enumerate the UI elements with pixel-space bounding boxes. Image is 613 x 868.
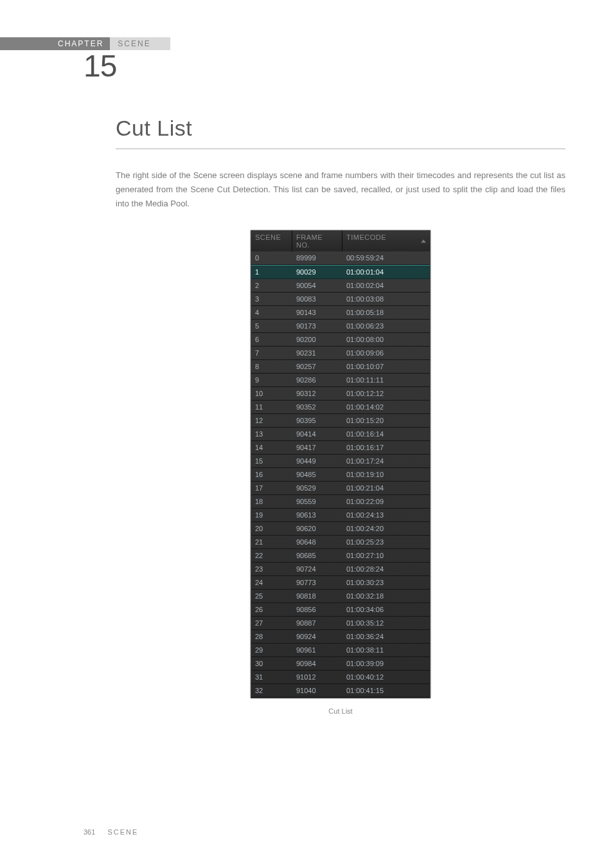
cell-frame: 90773 (292, 576, 342, 589)
table-row[interactable]: 309098401:00:39:09 (251, 657, 430, 671)
cell-timecode: 01:00:03:08 (342, 293, 430, 305)
cell-timecode: 01:00:19:10 (342, 468, 430, 481)
cell-frame: 90613 (292, 509, 342, 521)
cell-timecode: 01:00:34:06 (342, 603, 430, 616)
cell-scene: 10 (251, 387, 292, 400)
cell-frame: 90417 (292, 441, 342, 454)
table-row[interactable]: 89025701:00:10:07 (251, 360, 430, 374)
cell-frame: 89999 (292, 251, 342, 264)
cell-timecode: 01:00:30:23 (342, 576, 430, 589)
table-row[interactable]: 189055901:00:22:09 (251, 495, 430, 509)
table-row[interactable]: 159044901:00:17:24 (251, 455, 430, 468)
cell-timecode: 01:00:28:24 (342, 563, 430, 575)
table-row[interactable]: 329104001:00:41:15 (251, 684, 430, 698)
table-row[interactable]: 129039501:00:15:20 (251, 414, 430, 428)
cell-timecode: 01:00:22:09 (342, 495, 430, 508)
cell-timecode: 01:00:16:14 (342, 428, 430, 440)
cell-frame: 90054 (292, 279, 342, 292)
table-row[interactable]: 209062001:00:24:20 (251, 522, 430, 536)
page-number: 361 (84, 828, 95, 836)
cell-frame: 90887 (292, 617, 342, 629)
cell-scene: 25 (251, 590, 292, 602)
cell-frame: 90559 (292, 495, 342, 508)
cell-scene: 15 (251, 455, 292, 467)
cell-scene: 23 (251, 563, 292, 575)
intro-paragraph: The right side of the Scene screen displ… (116, 168, 565, 211)
cell-scene: 3 (251, 293, 292, 305)
cell-timecode: 01:00:10:07 (342, 360, 430, 373)
column-header-scene[interactable]: SCENE (251, 231, 292, 251)
section-heading: Cut List (116, 116, 565, 149)
page-content: Cut List The right side of the Scene scr… (116, 116, 565, 715)
table-row[interactable]: 199061301:00:24:13 (251, 509, 430, 522)
table-row[interactable]: 289092401:00:36:24 (251, 630, 430, 644)
cell-timecode: 01:00:01:04 (342, 266, 430, 278)
table-row[interactable]: 08999900:59:59:24 (251, 251, 430, 265)
table-row[interactable]: 99028601:00:11:11 (251, 374, 430, 387)
cell-timecode: 01:00:11:11 (342, 374, 430, 386)
table-row[interactable]: 79023101:00:09:06 (251, 347, 430, 360)
cell-timecode: 01:00:12:12 (342, 387, 430, 400)
cell-timecode: 01:00:09:06 (342, 347, 430, 359)
table-row[interactable]: 59017301:00:06:23 (251, 320, 430, 333)
cell-scene: 26 (251, 603, 292, 616)
cell-timecode: 01:00:08:00 (342, 333, 430, 346)
cell-frame: 90685 (292, 549, 342, 562)
table-row[interactable]: 119035201:00:14:02 (251, 401, 430, 414)
column-header-frame[interactable]: FRAME NO. (292, 231, 342, 251)
cell-scene: 7 (251, 347, 292, 359)
table-row[interactable]: 139041401:00:16:14 (251, 428, 430, 441)
table-row[interactable]: 69020001:00:08:00 (251, 333, 430, 347)
table-row[interactable]: 279088701:00:35:12 (251, 617, 430, 630)
cell-scene: 31 (251, 671, 292, 683)
table-row[interactable]: 49014301:00:05:18 (251, 306, 430, 320)
cell-timecode: 01:00:06:23 (342, 320, 430, 332)
cell-timecode: 01:00:25:23 (342, 536, 430, 548)
column-header-timecode-label: TIMECODE (346, 233, 386, 241)
cell-frame: 90924 (292, 630, 342, 643)
cell-frame: 90485 (292, 468, 342, 481)
table-body: 08999900:59:59:2419002901:00:01:04290054… (251, 251, 430, 698)
column-header-timecode[interactable]: TIMECODE (342, 231, 430, 251)
chapter-section: SCENE (110, 37, 170, 50)
cell-timecode: 01:00:41:15 (342, 684, 430, 697)
cell-timecode: 01:00:02:04 (342, 279, 430, 292)
table-row[interactable]: 269085601:00:34:06 (251, 603, 430, 617)
cell-scene: 0 (251, 251, 292, 264)
cell-frame: 90818 (292, 590, 342, 602)
footer-section: SCENE (107, 828, 138, 836)
cell-scene: 24 (251, 576, 292, 589)
table-row[interactable]: 149041701:00:16:17 (251, 441, 430, 455)
table-row[interactable]: 109031201:00:12:12 (251, 387, 430, 401)
cell-frame: 90395 (292, 414, 342, 427)
cell-scene: 9 (251, 374, 292, 386)
cell-scene: 27 (251, 617, 292, 629)
table-row[interactable]: 179052901:00:21:04 (251, 482, 430, 495)
cell-scene: 11 (251, 401, 292, 413)
chapter-number: 15 (84, 48, 116, 84)
table-row[interactable]: 249077301:00:30:23 (251, 576, 430, 590)
cell-timecode: 01:00:40:12 (342, 671, 430, 683)
table-row[interactable]: 29005401:00:02:04 (251, 279, 430, 293)
cell-timecode: 01:00:16:17 (342, 441, 430, 454)
table-row[interactable]: 39008301:00:03:08 (251, 293, 430, 306)
cell-frame: 90529 (292, 482, 342, 494)
table-row[interactable]: 259081801:00:32:18 (251, 590, 430, 603)
cell-scene: 19 (251, 509, 292, 521)
cell-frame: 90200 (292, 333, 342, 346)
cell-timecode: 01:00:21:04 (342, 482, 430, 494)
cell-scene: 1 (251, 266, 292, 278)
table-row[interactable]: 219064801:00:25:23 (251, 536, 430, 549)
cell-scene: 29 (251, 644, 292, 656)
cell-frame: 90173 (292, 320, 342, 332)
table-row[interactable]: 19002901:00:01:04 (251, 265, 430, 279)
cell-frame: 90312 (292, 387, 342, 400)
table-row[interactable]: 169048501:00:19:10 (251, 468, 430, 482)
table-row[interactable]: 239072401:00:28:24 (251, 563, 430, 576)
cell-timecode: 01:00:05:18 (342, 306, 430, 319)
table-row[interactable]: 299096101:00:38:11 (251, 644, 430, 657)
cell-scene: 28 (251, 630, 292, 643)
cell-frame: 91012 (292, 671, 342, 683)
table-row[interactable]: 319101201:00:40:12 (251, 671, 430, 684)
table-row[interactable]: 229068501:00:27:10 (251, 549, 430, 563)
